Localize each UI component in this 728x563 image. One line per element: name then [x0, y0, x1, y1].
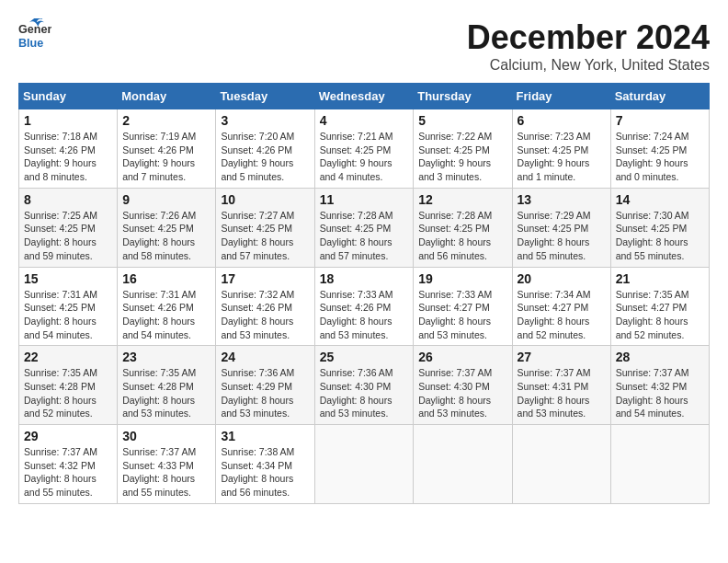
calendar-header-row: SundayMondayTuesdayWednesdayThursdayFrid…: [19, 84, 710, 109]
calendar-day-cell: 28Sunrise: 7:37 AMSunset: 4:32 PMDayligh…: [610, 346, 709, 425]
calendar-day-cell: 5Sunrise: 7:22 AMSunset: 4:25 PMDaylight…: [414, 109, 512, 189]
calendar-day-cell: 2Sunrise: 7:19 AMSunset: 4:26 PMDaylight…: [118, 109, 216, 189]
calendar-week-row: 15Sunrise: 7:31 AMSunset: 4:25 PMDayligh…: [19, 267, 710, 346]
day-info: Sunrise: 7:37 AMSunset: 4:33 PMDaylight:…: [122, 445, 210, 500]
calendar-day-cell: 13Sunrise: 7:29 AMSunset: 4:25 PMDayligh…: [512, 188, 610, 267]
calendar-header-tuesday: Tuesday: [216, 84, 314, 109]
day-info: Sunrise: 7:19 AMSunset: 4:26 PMDaylight:…: [122, 130, 210, 184]
day-number: 24: [221, 350, 309, 364]
day-number: 23: [122, 350, 210, 364]
day-number: 7: [616, 113, 704, 128]
calendar-day-cell: 22Sunrise: 7:35 AMSunset: 4:28 PMDayligh…: [19, 346, 118, 425]
day-info: Sunrise: 7:28 AMSunset: 4:25 PMDaylight:…: [418, 209, 506, 263]
day-info: Sunrise: 7:37 AMSunset: 4:32 PMDaylight:…: [24, 445, 112, 500]
day-info: Sunrise: 7:25 AMSunset: 4:25 PMDaylight:…: [24, 209, 112, 263]
calendar-week-row: 22Sunrise: 7:35 AMSunset: 4:28 PMDayligh…: [19, 346, 710, 425]
day-number: 29: [24, 429, 112, 443]
calendar-day-cell: 16Sunrise: 7:31 AMSunset: 4:26 PMDayligh…: [118, 267, 216, 346]
day-info: Sunrise: 7:22 AMSunset: 4:25 PMDaylight:…: [418, 130, 506, 184]
day-info: Sunrise: 7:28 AMSunset: 4:25 PMDaylight:…: [320, 209, 409, 263]
calendar-day-cell: 15Sunrise: 7:31 AMSunset: 4:25 PMDayligh…: [19, 267, 118, 346]
day-number: 12: [418, 192, 506, 207]
calendar-day-cell: 17Sunrise: 7:32 AMSunset: 4:26 PMDayligh…: [216, 267, 314, 346]
day-info: Sunrise: 7:26 AMSunset: 4:25 PMDaylight:…: [122, 209, 210, 263]
svg-text:General: General: [18, 23, 51, 36]
calendar-day-cell: 12Sunrise: 7:28 AMSunset: 4:25 PMDayligh…: [414, 188, 512, 267]
calendar-day-cell: 7Sunrise: 7:24 AMSunset: 4:25 PMDaylight…: [610, 109, 709, 189]
day-number: 19: [418, 271, 506, 286]
day-number: 6: [518, 113, 606, 128]
day-number: 20: [518, 271, 606, 286]
day-info: Sunrise: 7:37 AMSunset: 4:31 PMDaylight:…: [518, 366, 606, 420]
calendar-day-cell: 29Sunrise: 7:37 AMSunset: 4:32 PMDayligh…: [19, 425, 118, 504]
title-section: December 2024 Calcium, New York, United …: [467, 18, 710, 74]
calendar-day-cell: 21Sunrise: 7:35 AMSunset: 4:27 PMDayligh…: [610, 267, 709, 346]
day-number: 27: [518, 350, 606, 364]
calendar-day-cell: [512, 425, 610, 504]
logo-icon: General Blue: [18, 18, 51, 52]
calendar-day-cell: 10Sunrise: 7:27 AMSunset: 4:25 PMDayligh…: [216, 188, 314, 267]
calendar-day-cell: 4Sunrise: 7:21 AMSunset: 4:25 PMDaylight…: [314, 109, 414, 189]
calendar-day-cell: 9Sunrise: 7:26 AMSunset: 4:25 PMDaylight…: [118, 188, 216, 267]
calendar-day-cell: 25Sunrise: 7:36 AMSunset: 4:30 PMDayligh…: [314, 346, 414, 425]
day-info: Sunrise: 7:23 AMSunset: 4:25 PMDaylight:…: [518, 130, 606, 184]
day-info: Sunrise: 7:24 AMSunset: 4:25 PMDaylight:…: [616, 130, 704, 184]
day-info: Sunrise: 7:21 AMSunset: 4:25 PMDaylight:…: [320, 130, 409, 184]
day-info: Sunrise: 7:33 AMSunset: 4:27 PMDaylight:…: [418, 288, 506, 342]
day-number: 11: [320, 192, 409, 207]
day-info: Sunrise: 7:36 AMSunset: 4:29 PMDaylight:…: [221, 366, 309, 420]
calendar-day-cell: 24Sunrise: 7:36 AMSunset: 4:29 PMDayligh…: [216, 346, 314, 425]
day-number: 17: [221, 271, 309, 286]
calendar-day-cell: 23Sunrise: 7:35 AMSunset: 4:28 PMDayligh…: [118, 346, 216, 425]
day-number: 21: [616, 271, 704, 286]
day-number: 31: [221, 429, 309, 443]
day-info: Sunrise: 7:37 AMSunset: 4:32 PMDaylight:…: [616, 366, 704, 420]
calendar-day-cell: [414, 425, 512, 504]
day-info: Sunrise: 7:20 AMSunset: 4:26 PMDaylight:…: [221, 130, 309, 184]
calendar-header-monday: Monday: [118, 84, 216, 109]
day-number: 25: [320, 350, 409, 364]
page-header: General Blue December 2024 Calcium, New …: [18, 18, 710, 74]
day-number: 8: [24, 192, 112, 207]
calendar-day-cell: 14Sunrise: 7:30 AMSunset: 4:25 PMDayligh…: [610, 188, 709, 267]
day-number: 26: [418, 350, 506, 364]
calendar-day-cell: [610, 425, 709, 504]
calendar-day-cell: 18Sunrise: 7:33 AMSunset: 4:26 PMDayligh…: [314, 267, 414, 346]
calendar-day-cell: 11Sunrise: 7:28 AMSunset: 4:25 PMDayligh…: [314, 188, 414, 267]
calendar-week-row: 8Sunrise: 7:25 AMSunset: 4:25 PMDaylight…: [19, 188, 710, 267]
day-number: 5: [418, 113, 506, 128]
calendar-header-wednesday: Wednesday: [314, 84, 414, 109]
calendar-day-cell: 8Sunrise: 7:25 AMSunset: 4:25 PMDaylight…: [19, 188, 118, 267]
month-title: December 2024: [467, 18, 710, 57]
calendar-day-cell: 6Sunrise: 7:23 AMSunset: 4:25 PMDaylight…: [512, 109, 610, 189]
day-number: 16: [122, 271, 210, 286]
location-title: Calcium, New York, United States: [467, 57, 710, 74]
day-info: Sunrise: 7:35 AMSunset: 4:28 PMDaylight:…: [122, 366, 210, 420]
day-info: Sunrise: 7:31 AMSunset: 4:26 PMDaylight:…: [122, 288, 210, 342]
day-number: 1: [24, 113, 112, 128]
day-number: 15: [24, 271, 112, 286]
day-info: Sunrise: 7:29 AMSunset: 4:25 PMDaylight:…: [518, 209, 606, 263]
calendar-table: SundayMondayTuesdayWednesdayThursdayFrid…: [18, 83, 710, 504]
calendar-week-row: 1Sunrise: 7:18 AMSunset: 4:26 PMDaylight…: [19, 109, 710, 189]
day-info: Sunrise: 7:38 AMSunset: 4:34 PMDaylight:…: [221, 445, 309, 500]
day-number: 14: [616, 192, 704, 207]
day-info: Sunrise: 7:31 AMSunset: 4:25 PMDaylight:…: [24, 288, 112, 342]
calendar-day-cell: 1Sunrise: 7:18 AMSunset: 4:26 PMDaylight…: [19, 109, 118, 189]
calendar-week-row: 29Sunrise: 7:37 AMSunset: 4:32 PMDayligh…: [19, 425, 710, 504]
calendar-header-saturday: Saturday: [610, 84, 709, 109]
day-info: Sunrise: 7:32 AMSunset: 4:26 PMDaylight:…: [221, 288, 309, 342]
day-number: 3: [221, 113, 309, 128]
day-info: Sunrise: 7:33 AMSunset: 4:26 PMDaylight:…: [320, 288, 409, 342]
day-info: Sunrise: 7:37 AMSunset: 4:30 PMDaylight:…: [418, 366, 506, 420]
calendar-header-friday: Friday: [512, 84, 610, 109]
day-info: Sunrise: 7:30 AMSunset: 4:25 PMDaylight:…: [616, 209, 704, 263]
day-info: Sunrise: 7:35 AMSunset: 4:28 PMDaylight:…: [24, 366, 112, 420]
day-info: Sunrise: 7:27 AMSunset: 4:25 PMDaylight:…: [221, 209, 309, 263]
day-number: 30: [122, 429, 210, 443]
day-number: 18: [320, 271, 409, 286]
calendar-header-thursday: Thursday: [414, 84, 512, 109]
calendar-day-cell: 20Sunrise: 7:34 AMSunset: 4:27 PMDayligh…: [512, 267, 610, 346]
day-number: 22: [24, 350, 112, 364]
calendar-day-cell: 3Sunrise: 7:20 AMSunset: 4:26 PMDaylight…: [216, 109, 314, 189]
